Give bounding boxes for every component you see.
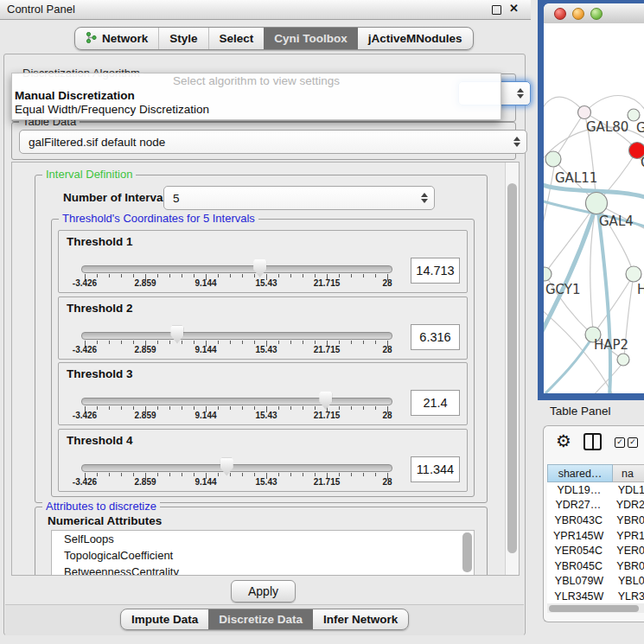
network-edge[interactable]: [544, 204, 596, 338]
table-row[interactable]: YBR045CYBR0: [547, 558, 644, 574]
num-intervals-combobox[interactable]: 5: [163, 186, 435, 210]
checkbox-icon[interactable]: ✓: [628, 437, 638, 448]
close-icon[interactable]: ✕: [509, 2, 519, 15]
threshold-value-field[interactable]: 11.344: [411, 456, 460, 482]
apply-button[interactable]: Apply: [231, 580, 296, 603]
network-node[interactable]: [545, 151, 561, 167]
network-node[interactable]: [626, 266, 641, 282]
tick-mark: [351, 274, 352, 277]
network-window-titlebar[interactable]: [544, 3, 644, 24]
network-node[interactable]: [578, 106, 591, 119]
table-row[interactable]: YLR345WYLR3: [547, 589, 644, 603]
cell-shared-name: YDL19…: [547, 484, 611, 496]
threshold-slider-knob[interactable]: [220, 458, 233, 476]
algorithm-dropdown-popup: Select algorithm to view settings Manual…: [11, 73, 501, 120]
combo-spinner-icon: [513, 137, 520, 147]
table-row[interactable]: YPR145WYPR1: [547, 528, 644, 544]
tab-select[interactable]: Select: [208, 28, 265, 49]
attributes-groupbox: Attributes to discretize Numerical Attri…: [35, 507, 488, 576]
tick-mark: [230, 341, 231, 344]
network-node-label: GA: [636, 120, 644, 136]
tick-mark: [169, 341, 170, 344]
tab-impute-data[interactable]: Impute Data: [121, 609, 208, 629]
tick-mark: [157, 274, 158, 277]
zoom-traffic-light[interactable]: [590, 8, 603, 20]
table-row[interactable]: YER054CYER0: [547, 543, 644, 558]
list-item[interactable]: SelfLoops: [52, 531, 474, 547]
combo-spinner-icon: [517, 88, 524, 99]
threshold-slider-track[interactable]: [81, 332, 392, 340]
split-columns-icon[interactable]: [583, 433, 602, 450]
numerical-attributes-list[interactable]: SelfLoopsTopologicalCoefficientBetweenne…: [51, 530, 475, 576]
network-window: GAL80GACGAL11GAL4GCY1HHAP2: [544, 3, 644, 393]
interval-definition-groupbox: Interval Definition Number of Intervals …: [35, 175, 488, 503]
network-edge[interactable]: [597, 205, 610, 393]
tab-discretize-data[interactable]: Discretize Data: [208, 609, 313, 629]
column-header-shared-name[interactable]: shared…: [547, 464, 613, 482]
list-scrollbar-thumb[interactable]: [462, 532, 472, 572]
threshold-value-field[interactable]: 21.4: [411, 390, 460, 416]
threshold-slider-track[interactable]: [81, 265, 392, 273]
tick-mark: [109, 274, 110, 277]
interval-definition-label: Interval Definition: [42, 168, 136, 181]
tick-label: -3.426: [73, 278, 97, 288]
thresholds-group-label: Threshold's Coordinates for 5 Intervals: [59, 212, 258, 225]
column-header-name[interactable]: na: [613, 464, 644, 482]
tab-style[interactable]: Style: [158, 28, 207, 49]
tab-network[interactable]: Network: [75, 28, 158, 49]
vertical-scrollbar-thumb[interactable]: [507, 183, 517, 553]
checkbox-icon[interactable]: ✓: [615, 437, 625, 448]
gear-icon[interactable]: ⚙: [556, 430, 571, 451]
threshold-slider-track[interactable]: [81, 464, 392, 472]
table-row[interactable]: YDL19…YDL1: [547, 482, 644, 498]
tick-mark: [363, 341, 364, 344]
tick-mark: [218, 341, 219, 344]
cell-name: YDR2: [609, 499, 644, 511]
threshold-slider-knob[interactable]: [253, 259, 266, 277]
threshold-slider-knob[interactable]: [319, 392, 332, 410]
network-edge[interactable]: [546, 204, 596, 271]
dropdown-option[interactable]: Manual Discretization: [12, 89, 501, 103]
minimize-traffic-light[interactable]: [572, 8, 584, 20]
settings-scrollpane: Interval Definition Number of Intervals …: [11, 162, 520, 576]
dropdown-option[interactable]: Equal Width/Frequency Discretization: [12, 103, 501, 117]
network-edge[interactable]: [555, 112, 584, 158]
tab-cyni-toolbox[interactable]: Cyni Toolbox: [264, 28, 358, 49]
tick-mark: [169, 406, 170, 410]
table-data-combobox[interactable]: galFiltered.sif default node: [19, 130, 527, 154]
network-node[interactable]: [628, 109, 640, 121]
table-row[interactable]: YDR27…YDR2: [547, 498, 644, 513]
horizontal-scrollbar[interactable]: [547, 603, 644, 613]
tab-label: jActiveMNodules: [368, 32, 462, 45]
network-edge[interactable]: [544, 162, 555, 235]
tab-label: Infer Network: [323, 613, 398, 626]
tab-jactivemnodules[interactable]: jActiveMNodules: [358, 28, 473, 49]
list-item[interactable]: TopologicalCoefficient: [52, 547, 474, 564]
list-item[interactable]: BetweennessCentrality: [52, 564, 474, 576]
tick-label: 2.859: [134, 477, 156, 487]
threshold-value-field[interactable]: 6.316: [411, 324, 460, 350]
network-node[interactable]: [544, 267, 552, 281]
close-traffic-light[interactable]: [554, 8, 566, 20]
network-edge[interactable]: [545, 336, 593, 393]
vertical-scrollbar[interactable]: [505, 163, 519, 575]
network-node[interactable]: [586, 193, 608, 214]
tick-label: 9.144: [194, 477, 216, 487]
threshold-value-field[interactable]: 14.713: [411, 258, 460, 284]
float-window-icon[interactable]: [492, 5, 501, 15]
network-edge[interactable]: [544, 97, 584, 136]
tick-mark: [363, 274, 364, 277]
threshold-label: Threshold 3: [67, 367, 133, 380]
tab-infer-network[interactable]: Infer Network: [313, 609, 408, 629]
tick-mark: [109, 473, 110, 476]
network-canvas[interactable]: GAL80GACGAL11GAL4GCY1HHAP2: [544, 23, 644, 393]
table-row[interactable]: YBR043CYBR0: [547, 513, 644, 528]
horizontal-scrollbar-thumb[interactable]: [549, 605, 639, 612]
cell-name: YBR0: [609, 514, 644, 526]
network-node[interactable]: [617, 354, 629, 366]
threshold-label: Threshold 4: [67, 434, 133, 447]
table-row[interactable]: YBL079WYBL0: [547, 574, 644, 590]
threshold-slider-track[interactable]: [81, 398, 392, 405]
tick-label: 2.859: [134, 278, 156, 288]
tick-mark: [230, 274, 231, 277]
